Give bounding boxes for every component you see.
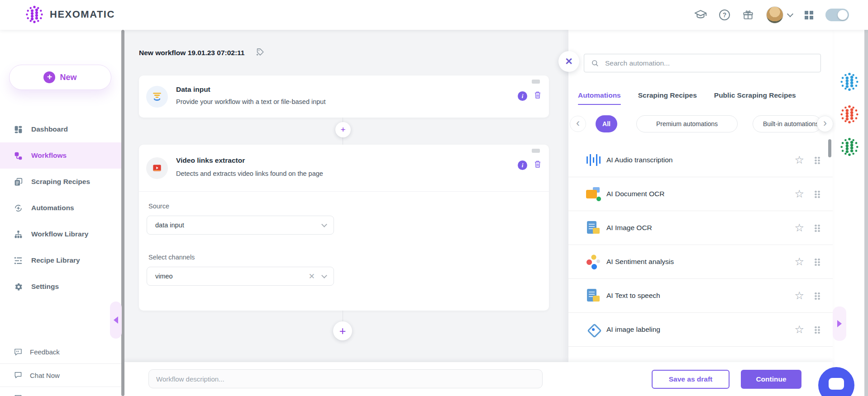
automation-list-item[interactable]: AI Document OCR ☆ xyxy=(568,177,833,211)
automation-list-item[interactable]: AI Audio transcription ☆ xyxy=(568,143,833,177)
step-header: Video links extractor Detects and extrac… xyxy=(139,145,549,192)
workflows-icon xyxy=(14,151,23,160)
automation-list: AI Audio transcription ☆ AI Document OCR… xyxy=(568,143,833,347)
drag-handle-icon[interactable] xyxy=(814,292,820,300)
panel-tabs: Automations Scraping Recipes Public Scra… xyxy=(578,91,796,99)
workflow-step-video-links-extractor[interactable]: Video links extractor Detects and extrac… xyxy=(139,145,549,311)
rename-tag-icon[interactable] xyxy=(255,47,265,59)
sidebar-item-label: Dashboard xyxy=(31,125,68,133)
minimize-step-button[interactable] xyxy=(532,80,540,84)
automations-icon xyxy=(14,203,23,213)
sidebar-item-label: Scraping Recipes xyxy=(31,178,90,186)
automation-list-item[interactable]: AI Image OCR ☆ xyxy=(568,211,833,245)
filter-built-in-automations[interactable]: Built-in automations xyxy=(753,115,821,132)
sidebar-item-settings[interactable]: Settings xyxy=(0,273,121,300)
automation-label: AI image labeling xyxy=(606,325,660,334)
dark-mode-toggle[interactable] xyxy=(825,9,849,21)
channels-select[interactable]: vimeo ✕ xyxy=(147,267,334,286)
step-description: Detects and extracts video links found o… xyxy=(176,170,323,177)
pills-scroll-right-button[interactable]: › xyxy=(817,116,833,132)
chevron-down-icon[interactable] xyxy=(787,11,793,17)
close-panel-button[interactable]: ✕ xyxy=(558,51,579,72)
contact-support-icon xyxy=(14,394,23,396)
sidebar-item-automations[interactable]: Automations xyxy=(0,195,121,221)
sidebar-item-dashboard[interactable]: Dashboard xyxy=(0,116,121,142)
drag-handle-icon[interactable] xyxy=(814,224,820,232)
add-step-button[interactable]: + xyxy=(333,321,352,340)
workflow-description-input[interactable] xyxy=(148,369,543,388)
hexact-product-icon[interactable] xyxy=(839,104,860,125)
pills-scroll-left-button[interactable]: ‹ xyxy=(570,116,586,132)
add-step-button[interactable]: + xyxy=(335,122,351,137)
automation-list-item[interactable]: AI image labeling ☆ xyxy=(568,313,833,347)
filter-premium-automations[interactable]: Premium automations xyxy=(636,115,738,132)
avatar[interactable] xyxy=(766,6,783,24)
workflow-title-row: New workflow 19.01.23 07:02:11 xyxy=(139,47,265,59)
hexact-product-icon[interactable] xyxy=(839,137,860,157)
delete-step-icon[interactable] xyxy=(533,159,543,171)
sidebar-item-scraping-recipes[interactable]: Scraping Recipes xyxy=(0,169,121,195)
favorite-star-icon[interactable]: ☆ xyxy=(794,222,804,233)
plus-icon: + xyxy=(43,71,55,83)
chevron-right-icon xyxy=(837,320,845,327)
step-title: Video links extractor xyxy=(176,156,245,165)
sidebar-collapse-button[interactable] xyxy=(110,302,122,339)
automation-icon xyxy=(586,152,601,168)
sidebar-item-label: Settings xyxy=(31,283,59,291)
favorite-star-icon[interactable]: ☆ xyxy=(794,290,804,301)
source-select[interactable]: data input xyxy=(147,216,334,235)
sidebar-item-workflow-library[interactable]: Workflow Library xyxy=(0,221,121,247)
sidebar-scrollbar[interactable] xyxy=(121,30,124,396)
clear-selection-icon[interactable]: ✕ xyxy=(309,272,322,281)
save-as-draft-button[interactable]: Save as draft xyxy=(652,370,730,389)
tab-automations[interactable]: Automations xyxy=(578,91,621,99)
data-input-icon xyxy=(146,86,168,108)
favorite-star-icon[interactable]: ☆ xyxy=(794,256,804,267)
brand-logo[interactable]: HEXOMATIC xyxy=(24,5,115,24)
new-workflow-button[interactable]: + New xyxy=(9,65,111,90)
filter-pills: ‹ All Premium automations Built-in autom… xyxy=(568,115,833,133)
header-actions: ? xyxy=(694,0,849,30)
info-icon[interactable]: i xyxy=(518,160,527,170)
automation-list-item[interactable]: AI Text to speech ☆ xyxy=(568,279,833,313)
feedback-icon xyxy=(14,348,23,357)
drag-handle-icon[interactable] xyxy=(814,190,820,198)
sidebar-item-chat-now[interactable]: Chat Now xyxy=(0,363,121,387)
sidebar-item-feedback[interactable]: Feedback xyxy=(0,340,121,363)
apps-grid-icon[interactable] xyxy=(805,11,813,19)
delete-step-icon[interactable] xyxy=(533,90,543,102)
panel-scrollbar-thumb[interactable] xyxy=(828,139,831,157)
workflow-step-data-input[interactable]: Data input Provide your workflow with a … xyxy=(139,75,549,118)
sidebar-item-recipe-library[interactable]: Recipe Library xyxy=(0,247,121,273)
automation-label: AI Document OCR xyxy=(606,190,664,198)
panel-expand-button[interactable] xyxy=(833,306,846,341)
sidebar-item-contact-support[interactable]: Contact Support xyxy=(0,387,121,396)
drag-handle-icon[interactable] xyxy=(814,156,820,164)
chevron-left-icon xyxy=(110,316,118,324)
new-button-label: New xyxy=(60,73,76,82)
tab-scraping-recipes[interactable]: Scraping Recipes xyxy=(638,91,697,99)
info-icon[interactable]: i xyxy=(518,91,527,101)
favorite-star-icon[interactable]: ☆ xyxy=(794,189,804,199)
automation-list-item[interactable]: AI Sentiment analysis ☆ xyxy=(568,245,833,279)
page-scrollbar[interactable] xyxy=(864,30,868,396)
gift-icon[interactable] xyxy=(742,9,754,21)
channels-select-value: vimeo xyxy=(155,273,173,280)
help-icon[interactable]: ? xyxy=(719,9,730,20)
sidebar-item-label: Automations xyxy=(31,204,74,212)
academy-icon[interactable] xyxy=(694,9,707,21)
source-field-label: Source xyxy=(148,203,169,210)
favorite-star-icon[interactable]: ☆ xyxy=(794,324,804,335)
search-input[interactable] xyxy=(605,59,814,67)
tab-public-scraping-recipes[interactable]: Public Scraping Recipes xyxy=(714,91,796,99)
scraping-recipes-icon xyxy=(14,177,23,187)
sidebar-footer: Feedback Chat Now Contact Support xyxy=(0,340,121,396)
drag-handle-icon[interactable] xyxy=(814,326,820,334)
continue-button[interactable]: Continue xyxy=(741,370,801,389)
drag-handle-icon[interactable] xyxy=(814,258,820,266)
sidebar-item-workflows[interactable]: Workflows xyxy=(0,142,121,169)
favorite-star-icon[interactable]: ☆ xyxy=(794,155,804,165)
minimize-step-button[interactable] xyxy=(532,149,540,153)
hexact-product-icon[interactable] xyxy=(839,71,860,92)
filter-all[interactable]: All xyxy=(596,115,617,132)
